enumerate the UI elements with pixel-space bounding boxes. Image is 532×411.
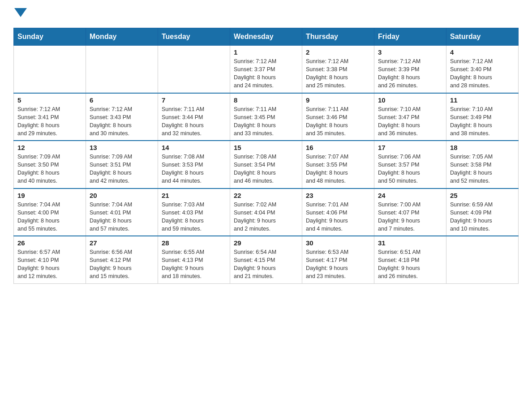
day-info: Sunrise: 7:04 AMSunset: 4:01 PMDaylight:… — [90, 201, 154, 233]
day-info: Sunrise: 7:01 AMSunset: 4:06 PMDaylight:… — [306, 201, 370, 233]
calendar-cell: 14Sunrise: 7:08 AMSunset: 3:53 PMDayligh… — [158, 141, 230, 188]
calendar-week-row: 12Sunrise: 7:09 AMSunset: 3:50 PMDayligh… — [14, 141, 519, 188]
calendar-table: SundayMondayTuesdayWednesdayThursdayFrid… — [13, 28, 519, 284]
calendar-cell: 15Sunrise: 7:08 AMSunset: 3:54 PMDayligh… — [230, 141, 302, 188]
day-number: 4 — [450, 48, 515, 56]
day-info: Sunrise: 7:04 AMSunset: 4:00 PMDaylight:… — [17, 201, 82, 233]
calendar-cell: 16Sunrise: 7:07 AMSunset: 3:55 PMDayligh… — [302, 141, 374, 188]
day-info: Sunrise: 6:53 AMSunset: 4:17 PMDaylight:… — [306, 248, 370, 281]
calendar-cell — [86, 46, 158, 93]
day-info: Sunrise: 7:12 AMSunset: 3:39 PMDaylight:… — [378, 57, 442, 90]
day-number: 20 — [90, 192, 154, 199]
day-info: Sunrise: 7:03 AMSunset: 4:03 PMDaylight:… — [162, 201, 226, 233]
day-number: 18 — [450, 144, 515, 151]
day-number: 7 — [162, 96, 226, 104]
day-number: 3 — [378, 48, 442, 56]
day-info: Sunrise: 7:11 AMSunset: 3:46 PMDaylight:… — [306, 105, 370, 138]
calendar-cell: 3Sunrise: 7:12 AMSunset: 3:39 PMDaylight… — [374, 46, 446, 93]
calendar-cell: 1Sunrise: 7:12 AMSunset: 3:37 PMDaylight… — [230, 46, 302, 93]
day-info: Sunrise: 7:00 AMSunset: 4:07 PMDaylight:… — [378, 201, 442, 233]
calendar-cell: 30Sunrise: 6:53 AMSunset: 4:17 PMDayligh… — [302, 236, 374, 283]
day-info: Sunrise: 7:07 AMSunset: 3:55 PMDaylight:… — [306, 153, 370, 185]
day-number: 14 — [162, 144, 226, 151]
day-info: Sunrise: 7:10 AMSunset: 3:49 PMDaylight:… — [450, 105, 515, 138]
day-info: Sunrise: 6:54 AMSunset: 4:15 PMDaylight:… — [234, 248, 298, 281]
day-number: 16 — [306, 144, 370, 151]
day-number: 10 — [378, 96, 442, 104]
day-info: Sunrise: 7:08 AMSunset: 3:53 PMDaylight:… — [162, 153, 226, 185]
day-info: Sunrise: 6:55 AMSunset: 4:13 PMDaylight:… — [162, 248, 226, 281]
day-info: Sunrise: 7:12 AMSunset: 3:37 PMDaylight:… — [234, 57, 298, 90]
day-info: Sunrise: 7:09 AMSunset: 3:51 PMDaylight:… — [90, 153, 154, 185]
day-info: Sunrise: 7:12 AMSunset: 3:43 PMDaylight:… — [90, 105, 154, 138]
logo-icon — [14, 8, 27, 21]
day-number: 26 — [17, 239, 82, 247]
day-info: Sunrise: 7:12 AMSunset: 3:38 PMDaylight:… — [306, 57, 370, 90]
page-header — [13, 9, 519, 19]
calendar-cell: 25Sunrise: 6:59 AMSunset: 4:09 PMDayligh… — [446, 188, 519, 236]
calendar-cell: 6Sunrise: 7:12 AMSunset: 3:43 PMDaylight… — [86, 93, 158, 141]
day-info: Sunrise: 6:51 AMSunset: 4:18 PMDaylight:… — [378, 248, 442, 281]
day-info: Sunrise: 7:12 AMSunset: 3:40 PMDaylight:… — [450, 57, 515, 90]
calendar-cell: 20Sunrise: 7:04 AMSunset: 4:01 PMDayligh… — [86, 188, 158, 236]
day-number: 30 — [306, 239, 370, 247]
weekday-header-sunday: Sunday — [14, 28, 86, 46]
calendar-cell: 19Sunrise: 7:04 AMSunset: 4:00 PMDayligh… — [14, 188, 86, 236]
calendar-week-row: 1Sunrise: 7:12 AMSunset: 3:37 PMDaylight… — [14, 46, 519, 93]
day-info: Sunrise: 6:56 AMSunset: 4:12 PMDaylight:… — [90, 248, 154, 281]
calendar-header-row: SundayMondayTuesdayWednesdayThursdayFrid… — [14, 28, 519, 46]
day-info: Sunrise: 6:59 AMSunset: 4:09 PMDaylight:… — [450, 201, 515, 233]
day-info: Sunrise: 7:05 AMSunset: 3:58 PMDaylight:… — [450, 153, 515, 185]
day-number: 9 — [306, 96, 370, 104]
svg-marker-0 — [14, 8, 27, 17]
day-info: Sunrise: 7:10 AMSunset: 3:47 PMDaylight:… — [378, 105, 442, 138]
calendar-cell: 13Sunrise: 7:09 AMSunset: 3:51 PMDayligh… — [86, 141, 158, 188]
day-number: 29 — [234, 239, 298, 247]
calendar-cell: 18Sunrise: 7:05 AMSunset: 3:58 PMDayligh… — [446, 141, 519, 188]
weekday-header-tuesday: Tuesday — [158, 28, 230, 46]
calendar-cell: 4Sunrise: 7:12 AMSunset: 3:40 PMDaylight… — [446, 46, 519, 93]
calendar-cell: 24Sunrise: 7:00 AMSunset: 4:07 PMDayligh… — [374, 188, 446, 236]
calendar-cell: 12Sunrise: 7:09 AMSunset: 3:50 PMDayligh… — [14, 141, 86, 188]
calendar-cell: 9Sunrise: 7:11 AMSunset: 3:46 PMDaylight… — [302, 93, 374, 141]
weekday-header-friday: Friday — [374, 28, 446, 46]
calendar-cell: 2Sunrise: 7:12 AMSunset: 3:38 PMDaylight… — [302, 46, 374, 93]
day-number: 27 — [90, 239, 154, 247]
weekday-header-thursday: Thursday — [302, 28, 374, 46]
day-info: Sunrise: 7:11 AMSunset: 3:44 PMDaylight:… — [162, 105, 226, 138]
day-number: 17 — [378, 144, 442, 151]
day-info: Sunrise: 7:11 AMSunset: 3:45 PMDaylight:… — [234, 105, 298, 138]
calendar-cell: 27Sunrise: 6:56 AMSunset: 4:12 PMDayligh… — [86, 236, 158, 283]
weekday-header-saturday: Saturday — [446, 28, 519, 46]
calendar-cell: 11Sunrise: 7:10 AMSunset: 3:49 PMDayligh… — [446, 93, 519, 141]
day-number: 23 — [306, 192, 370, 199]
logo — [13, 9, 27, 19]
day-number: 6 — [90, 96, 154, 104]
day-info: Sunrise: 7:08 AMSunset: 3:54 PMDaylight:… — [234, 153, 298, 185]
day-info: Sunrise: 7:02 AMSunset: 4:04 PMDaylight:… — [234, 201, 298, 233]
calendar-cell: 28Sunrise: 6:55 AMSunset: 4:13 PMDayligh… — [158, 236, 230, 283]
calendar-cell: 10Sunrise: 7:10 AMSunset: 3:47 PMDayligh… — [374, 93, 446, 141]
day-number: 24 — [378, 192, 442, 199]
calendar-cell: 29Sunrise: 6:54 AMSunset: 4:15 PMDayligh… — [230, 236, 302, 283]
day-info: Sunrise: 6:57 AMSunset: 4:10 PMDaylight:… — [17, 248, 82, 281]
day-number: 8 — [234, 96, 298, 104]
calendar-cell: 8Sunrise: 7:11 AMSunset: 3:45 PMDaylight… — [230, 93, 302, 141]
day-number: 31 — [378, 239, 442, 247]
day-number: 21 — [162, 192, 226, 199]
calendar-cell: 21Sunrise: 7:03 AMSunset: 4:03 PMDayligh… — [158, 188, 230, 236]
calendar-cell — [446, 236, 519, 283]
calendar-week-row: 19Sunrise: 7:04 AMSunset: 4:00 PMDayligh… — [14, 188, 519, 236]
day-info: Sunrise: 7:12 AMSunset: 3:41 PMDaylight:… — [17, 105, 82, 138]
day-number: 25 — [450, 192, 515, 199]
calendar-cell: 26Sunrise: 6:57 AMSunset: 4:10 PMDayligh… — [14, 236, 86, 283]
day-number: 2 — [306, 48, 370, 56]
calendar-cell: 22Sunrise: 7:02 AMSunset: 4:04 PMDayligh… — [230, 188, 302, 236]
day-number: 1 — [234, 48, 298, 56]
day-info: Sunrise: 7:06 AMSunset: 3:57 PMDaylight:… — [378, 153, 442, 185]
day-number: 19 — [17, 192, 82, 199]
day-number: 13 — [90, 144, 154, 151]
calendar-cell: 23Sunrise: 7:01 AMSunset: 4:06 PMDayligh… — [302, 188, 374, 236]
day-number: 15 — [234, 144, 298, 151]
calendar-cell — [158, 46, 230, 93]
